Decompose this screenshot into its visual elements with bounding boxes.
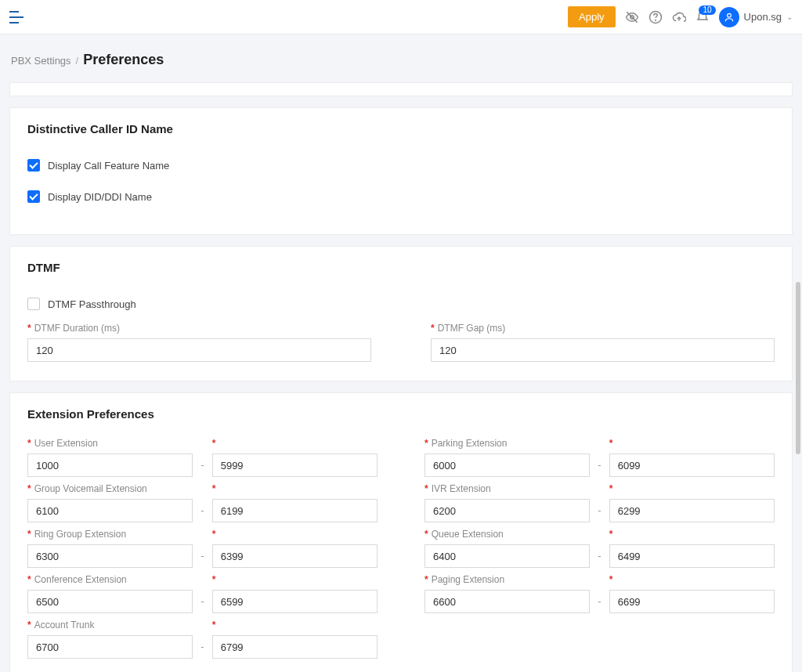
label-ring-group-extension: *Ring Group Extension xyxy=(27,529,193,540)
section-heading: DTMF xyxy=(27,261,775,274)
label-dtmf-duration: *DTMF Duration (ms) xyxy=(27,323,371,334)
notification-badge: 10 xyxy=(699,5,715,15)
section-heading: Distinctive Caller ID Name xyxy=(27,122,775,135)
checkbox-display-call-feature[interactable] xyxy=(27,159,40,172)
input-dtmf-gap[interactable] xyxy=(431,338,775,362)
input-paging-to[interactable] xyxy=(609,590,775,613)
input-queue-from[interactable] xyxy=(424,544,590,568)
cloud-upload-icon[interactable] xyxy=(672,10,686,24)
input-user-extension-from[interactable] xyxy=(27,453,193,477)
top-bar: Apply 10 xyxy=(0,0,802,34)
menu-toggle-icon[interactable] xyxy=(9,11,23,23)
user-menu[interactable]: Upon.sg ⌄ xyxy=(719,7,793,27)
input-ring-group-from[interactable] xyxy=(27,544,193,568)
checkbox-dtmf-passthrough[interactable] xyxy=(27,298,40,310)
checkbox-display-did-ddi[interactable] xyxy=(27,190,40,203)
scrollbar-track[interactable] xyxy=(794,78,800,670)
label-account-trunk: *Account Trunk xyxy=(27,620,193,630)
range-separator: - xyxy=(598,536,601,562)
page-title: Preferences xyxy=(83,52,164,68)
range-separator: - xyxy=(598,445,601,471)
input-conference-from[interactable] xyxy=(27,590,193,613)
input-queue-to[interactable] xyxy=(609,544,775,568)
input-ivr-from[interactable] xyxy=(424,499,590,522)
help-icon[interactable] xyxy=(648,10,663,24)
input-group-voicemail-from[interactable] xyxy=(27,499,193,522)
label-display-call-feature: Display Call Feature Name xyxy=(48,160,169,172)
label-dtmf-gap: *DTMF Gap (ms) xyxy=(431,323,775,334)
range-separator: - xyxy=(200,445,204,471)
label-queue-extension: *Queue Extension xyxy=(424,529,590,540)
range-separator: - xyxy=(200,536,204,562)
section-extension-preferences: Extension Preferences *User Extension - … xyxy=(9,392,793,672)
avatar-icon xyxy=(719,7,739,27)
notification-icon[interactable]: 10 xyxy=(695,10,710,24)
section-heading: Extension Preferences xyxy=(27,407,775,421)
label-display-did-ddi: Display DID/DDI Name xyxy=(48,191,152,203)
breadcrumb: PBX Settings / Preferences xyxy=(0,34,802,82)
input-paging-from[interactable] xyxy=(424,590,590,613)
label-user-extension: *User Extension xyxy=(27,438,193,449)
range-separator: - xyxy=(598,581,601,607)
eye-off-icon[interactable] xyxy=(625,10,639,24)
username-label: Upon.sg xyxy=(744,11,782,23)
svg-point-3 xyxy=(655,20,656,20)
breadcrumb-separator: / xyxy=(76,55,79,67)
label-group-voicemail-extension: *Group Voicemail Extension xyxy=(27,483,193,494)
spacer-card xyxy=(9,82,793,96)
range-separator: - xyxy=(200,581,204,607)
input-user-extension-to[interactable] xyxy=(212,453,378,477)
chevron-down-icon: ⌄ xyxy=(786,13,793,21)
label-parking-extension: *Parking Extension xyxy=(424,438,590,449)
apply-button[interactable]: Apply xyxy=(568,6,616,27)
label-paging-extension: *Paging Extension xyxy=(424,574,590,585)
input-group-voicemail-to[interactable] xyxy=(212,499,378,522)
input-dtmf-duration[interactable] xyxy=(27,338,371,362)
label-conference-extension: *Conference Extension xyxy=(27,574,193,585)
input-parking-to[interactable] xyxy=(609,453,775,477)
input-account-trunk-to[interactable] xyxy=(212,635,378,659)
input-ivr-to[interactable] xyxy=(609,499,775,522)
range-separator: - xyxy=(200,490,204,516)
range-separator: - xyxy=(598,490,601,516)
svg-point-4 xyxy=(727,13,731,17)
input-conference-to[interactable] xyxy=(212,590,378,613)
label-ivr-extension: *IVR Extension xyxy=(424,483,590,494)
section-dtmf: DTMF DTMF Passthrough *DTMF Duration (ms… xyxy=(9,246,793,381)
input-account-trunk-from[interactable] xyxy=(27,635,193,659)
section-distinctive-caller-id: Distinctive Caller ID Name Display Call … xyxy=(9,107,793,235)
scrollbar-thumb[interactable] xyxy=(796,282,800,454)
breadcrumb-parent[interactable]: PBX Settings xyxy=(11,55,71,67)
label-dtmf-passthrough: DTMF Passthrough xyxy=(48,298,136,310)
range-separator: - xyxy=(200,627,204,652)
input-ring-group-to[interactable] xyxy=(212,544,378,568)
input-parking-from[interactable] xyxy=(424,453,590,477)
